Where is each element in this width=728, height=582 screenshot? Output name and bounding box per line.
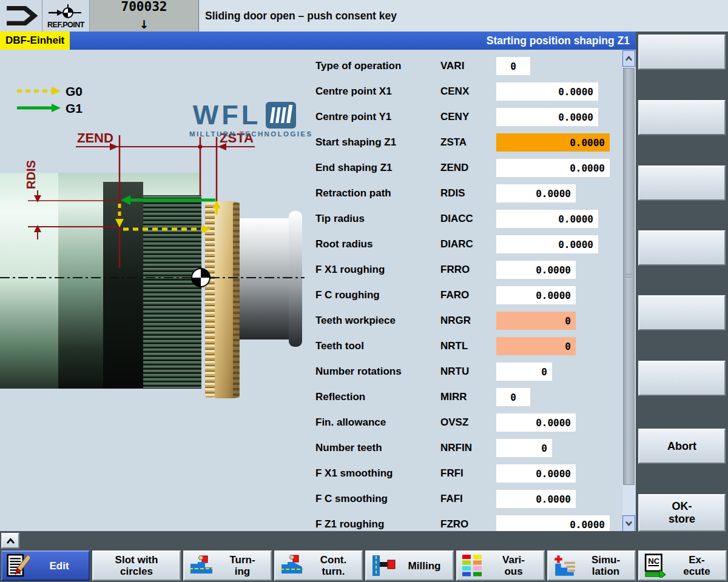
param-name: FARO bbox=[440, 283, 469, 308]
param-label: End shaping Z1 bbox=[315, 155, 393, 181]
input-field-diacc[interactable]: 0.0000 bbox=[496, 210, 598, 228]
input-field-fzro[interactable]: 0.0000 bbox=[496, 515, 610, 531]
top-status-bar: REF.POINT 700032 ↓ Sliding door open – p… bbox=[0, 0, 728, 32]
edit-icon bbox=[7, 554, 30, 578]
simulation-icon bbox=[553, 554, 577, 578]
input-field-vari[interactable]: 0 bbox=[496, 57, 530, 75]
param-name: DIARC bbox=[440, 232, 473, 257]
jog-pocket-icon bbox=[1, 2, 41, 30]
cont-turn-softkey[interactable]: Cont.turn. bbox=[274, 550, 363, 581]
edit-softkey[interactable]: Edit bbox=[1, 550, 90, 581]
softkey-label-line: store bbox=[669, 513, 695, 526]
form-scrollbar[interactable] bbox=[622, 50, 635, 532]
form-row: End shaping Z1ZEND0.0000 bbox=[309, 155, 622, 181]
empty-softkey-4[interactable] bbox=[638, 230, 726, 266]
bottom-softkey-row: EditSlot withcirclesTurn-ingCont.turn.Mi… bbox=[0, 550, 728, 582]
legend-g1 bbox=[17, 104, 61, 112]
softkey-label-line: Milling bbox=[408, 560, 441, 572]
param-label: Number teeth bbox=[315, 435, 382, 461]
input-field-zsta[interactable]: 0.0000 bbox=[496, 133, 610, 152]
wfl-logo-mark-icon bbox=[266, 102, 296, 129]
input-field-frfi[interactable]: 0.0000 bbox=[496, 464, 576, 483]
softkey-label-line: lation bbox=[592, 566, 619, 577]
simulation-softkey[interactable]: Simu-lation bbox=[547, 550, 636, 581]
softkey-label-line: ecute bbox=[683, 566, 710, 577]
scroll-down-button[interactable] bbox=[622, 515, 635, 532]
input-field-zend[interactable]: 0.0000 bbox=[496, 159, 610, 177]
execute-softkey[interactable]: NCEx-ecute bbox=[638, 550, 727, 581]
param-label: F X1 roughing bbox=[315, 257, 385, 283]
input-field-diarc[interactable]: 0.0000 bbox=[496, 235, 598, 253]
machine-area-button[interactable] bbox=[0, 0, 42, 32]
legend-g0-label: G0 bbox=[66, 84, 83, 98]
input-field-ovsz[interactable]: 0.0000 bbox=[496, 413, 576, 432]
form-row: F X1 roughingFRRO0.0000 bbox=[309, 257, 622, 283]
various-softkey[interactable]: Vari-ous bbox=[456, 550, 545, 581]
input-field-mirr[interactable]: 0 bbox=[496, 388, 530, 406]
slot-with-circles-softkey[interactable]: Slot withcircles bbox=[92, 550, 181, 581]
param-label: Centre point Y1 bbox=[315, 104, 391, 130]
softkey-label-line: turn. bbox=[322, 566, 345, 577]
softkey-label: Turn-ing bbox=[214, 554, 271, 577]
hmi-screen: REF.POINT 700032 ↓ Sliding door open – p… bbox=[0, 0, 728, 582]
form-row: ReflectionMIRR0 bbox=[309, 384, 622, 410]
param-name: MIRR bbox=[440, 384, 467, 410]
input-field-faro[interactable]: 0.0000 bbox=[496, 286, 576, 304]
ref-point-icon bbox=[47, 4, 85, 22]
softkey-label-line: Simu- bbox=[592, 554, 620, 566]
param-name: RDIS bbox=[440, 181, 465, 206]
recall-button[interactable] bbox=[1, 533, 19, 549]
abort-softkey[interactable]: Abort bbox=[638, 429, 726, 464]
softkey-label-line: Abort bbox=[667, 440, 696, 453]
form-row: Tip radiusDIACC0.0000 bbox=[309, 206, 622, 232]
param-name: FRRO bbox=[440, 257, 470, 283]
various-icon bbox=[462, 554, 484, 577]
milling-softkey[interactable]: Milling bbox=[365, 550, 454, 581]
empty-softkey-5[interactable] bbox=[638, 295, 726, 330]
workpiece-3d-render bbox=[0, 173, 201, 389]
param-name: ZSTA bbox=[440, 130, 467, 155]
turning-softkey[interactable]: Turn-ing bbox=[183, 550, 272, 581]
param-label: Tip radius bbox=[315, 206, 365, 232]
zend-dim-label: ZEND bbox=[77, 130, 113, 146]
input-field-cenx[interactable]: 0.0000 bbox=[496, 82, 598, 101]
softkey-label-line: Slot with bbox=[115, 554, 158, 566]
input-field-rdis[interactable]: 0.0000 bbox=[496, 184, 576, 202]
input-field-nrtl[interactable]: 0 bbox=[496, 337, 576, 355]
ok-store-softkey[interactable]: OK-store bbox=[638, 494, 726, 532]
softkey-label: Simu-lation bbox=[577, 554, 635, 577]
form-row: Teeth workpieceNRGR0 bbox=[309, 308, 622, 333]
param-label: Teeth workpiece bbox=[315, 308, 396, 333]
param-name: NRTL bbox=[440, 333, 468, 359]
unit-tab[interactable]: DBF-Einheit bbox=[0, 32, 70, 50]
param-label: F Z1 roughing bbox=[315, 512, 384, 531]
input-field-frro[interactable]: 0.0000 bbox=[496, 261, 576, 279]
softkey-label: Milling bbox=[396, 560, 453, 572]
form-row: Start shaping Z1ZSTA0.0000 bbox=[309, 130, 622, 155]
input-field-ceny[interactable]: 0.0000 bbox=[496, 108, 598, 126]
empty-softkey-2[interactable] bbox=[638, 100, 726, 135]
softkey-label-line: Turn- bbox=[229, 554, 255, 566]
input-field-nrgr[interactable]: 0 bbox=[496, 312, 576, 330]
empty-softkey-3[interactable] bbox=[638, 166, 726, 201]
form-row: Retraction pathRDIS0.0000 bbox=[309, 181, 622, 206]
softkey-label-line: Ex- bbox=[689, 554, 704, 566]
param-name: CENY bbox=[440, 104, 469, 130]
form-row: Centre point X1CENX0.0000 bbox=[309, 79, 622, 104]
rdis-dim-label: RDIS bbox=[24, 160, 38, 189]
form-row: Root radiusDIARC0.0000 bbox=[309, 232, 622, 257]
program-number-cell[interactable]: 700032 ↓ bbox=[90, 0, 199, 32]
screen-title-bar: DBF-Einheit Starting position shaping Z1 bbox=[0, 32, 636, 50]
softkey-label-line: Edit bbox=[49, 560, 69, 572]
input-field-nrtu[interactable]: 0 bbox=[496, 363, 552, 381]
scroll-up-button[interactable] bbox=[622, 50, 635, 67]
softkey-label-line: circles bbox=[120, 566, 153, 577]
scrollbar-thumb[interactable] bbox=[623, 68, 635, 485]
empty-softkey-6[interactable] bbox=[638, 361, 726, 396]
empty-softkey-1[interactable] bbox=[638, 35, 726, 70]
input-field-nrfin[interactable]: 0 bbox=[496, 439, 552, 457]
input-field-fafi[interactable]: 0.0000 bbox=[496, 490, 576, 508]
softkey-label-line: Cont. bbox=[320, 554, 346, 566]
turning-icon bbox=[189, 554, 214, 577]
param-name: NRGR bbox=[440, 308, 471, 333]
